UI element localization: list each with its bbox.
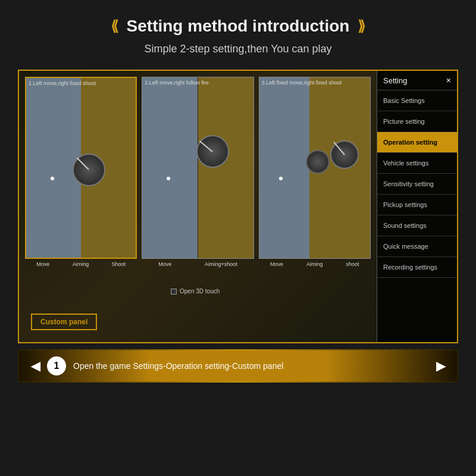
settings-item-basic[interactable]: Basic Settings [377, 90, 457, 111]
panel-1-labels: Move Aiming Shoot [25, 259, 137, 267]
custom-panel-button[interactable]: Custom panel [31, 314, 97, 330]
settings-item-operation[interactable]: Operation setting [377, 132, 457, 153]
panel-2-labels: Move Aiming+shoot [142, 259, 253, 267]
settings-title: Setting [383, 76, 407, 85]
panel-2-title: 2.Left move,right follow fire [145, 80, 209, 86]
panel-2-left-bg [142, 77, 198, 258]
panel-3-title: 3.Left fixed move,right fixed shoot [262, 80, 342, 86]
instruction-text: Open the game Settings-Operation setting… [73, 361, 429, 371]
panel-2-circle [196, 135, 229, 168]
panel-1-move-dot [51, 177, 54, 180]
panel-3-needle [334, 142, 346, 155]
settings-item-sensitivity[interactable]: Sensitivity setting [377, 174, 457, 195]
settings-header: Setting × [377, 71, 457, 90]
bottom-banner-inner: ◀ 1 Open the game Settings-Operation set… [19, 350, 457, 381]
panel-2-right-bg [198, 77, 253, 258]
game-content: 1.Left move,right fixed shoot Move Aimin… [19, 71, 377, 342]
touch-option[interactable]: Open 3D touch [171, 288, 220, 295]
touch-checkbox[interactable] [171, 289, 177, 295]
panel-1[interactable]: 1.Left move,right fixed shoot [25, 77, 137, 259]
header-section: ⟪ Setting method introduction ⟫ Simple 2… [0, 0, 476, 65]
label-move-2: Move [158, 261, 171, 267]
main-title: ⟪ Setting method introduction ⟫ [12, 17, 464, 36]
panels-container: 1.Left move,right fixed shoot Move Aimin… [25, 77, 371, 267]
panel-1-title: 1.Left move,right fixed shoot [29, 80, 96, 86]
panel-2-wrapper: 2.Left move,right follow fire Move Aimin… [142, 77, 253, 267]
banner-arrow-right: ▶ [436, 359, 445, 373]
panel-1-wrapper: 1.Left move,right fixed shoot Move Aimin… [25, 77, 137, 267]
close-button[interactable]: × [446, 76, 451, 85]
panel-2[interactable]: 2.Left move,right follow fire [142, 77, 253, 259]
panel-3-left-bg [259, 77, 309, 258]
banner-arrow-left: ◀ [31, 359, 40, 373]
step-circle: 1 [47, 356, 66, 375]
label-move: Move [36, 261, 49, 267]
panel-1-needle [77, 158, 89, 170]
label-aiming-3: Aiming [306, 261, 323, 267]
title-text: Setting method introduction [127, 17, 350, 36]
panel-1-aiming-circle [73, 154, 105, 186]
settings-item-quickmsg[interactable]: Quick message [377, 236, 457, 257]
panel-3[interactable]: 3.Left fixed move,right fixed shoot [259, 77, 371, 259]
settings-item-picture[interactable]: Picture setting [377, 111, 457, 132]
label-shoot-3: shoot [346, 261, 359, 267]
label-move-3: Move [270, 261, 283, 267]
label-aiming: Aiming [73, 261, 89, 267]
settings-item-vehicle[interactable]: Vehicle settings [377, 153, 457, 174]
label-aiming-shoot: Aiming+shoot [205, 261, 237, 267]
panel-2-needle [199, 140, 213, 152]
panel-3-labels: Move Aiming shoot [259, 259, 371, 267]
bottom-banner: ◀ 1 Open the game Settings-Operation set… [18, 349, 458, 383]
settings-item-sound[interactable]: Sound settings [377, 215, 457, 236]
settings-item-pickup[interactable]: Pickup settings [377, 195, 457, 215]
panel-3-aiming-circle [306, 150, 330, 174]
label-shoot: Shoot [112, 261, 126, 267]
game-area: 1.Left move,right fixed shoot Move Aimin… [18, 70, 458, 343]
subtitle-text: Simple 2-step setting,then You can play [12, 43, 464, 55]
arrow-left-icon: ⟪ [111, 18, 118, 35]
settings-item-recording[interactable]: Recording settings [377, 257, 457, 278]
arrow-right-icon: ⟫ [358, 18, 365, 35]
settings-sidebar: Setting × Basic Settings Picture setting… [377, 71, 457, 342]
panel-3-wrapper: 3.Left fixed move,right fixed shoot Move… [259, 77, 371, 267]
touch-label: Open 3D touch [180, 288, 220, 295]
settings-list: Basic Settings Picture setting Operation… [377, 90, 457, 342]
